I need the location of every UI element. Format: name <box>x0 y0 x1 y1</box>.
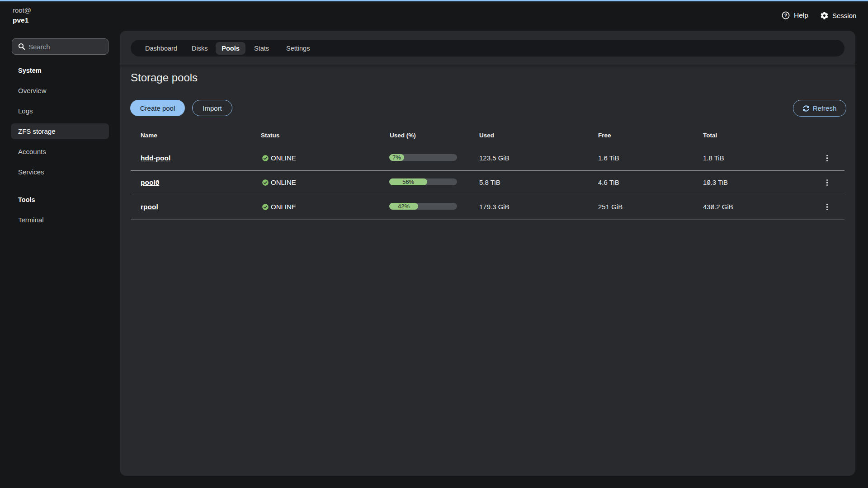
svg-text:?: ? <box>784 13 788 18</box>
